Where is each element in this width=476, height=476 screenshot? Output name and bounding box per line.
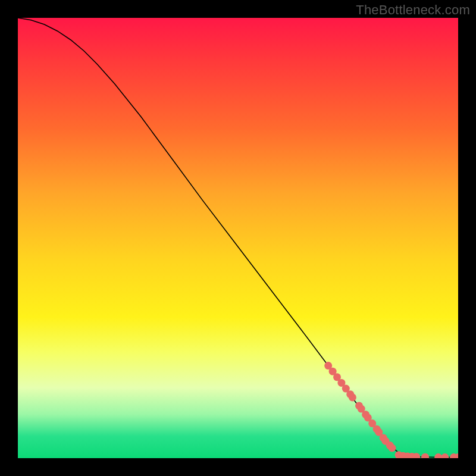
chart-background-gradient	[18, 18, 458, 458]
watermark-text: TheBottleneck.com	[356, 2, 470, 18]
